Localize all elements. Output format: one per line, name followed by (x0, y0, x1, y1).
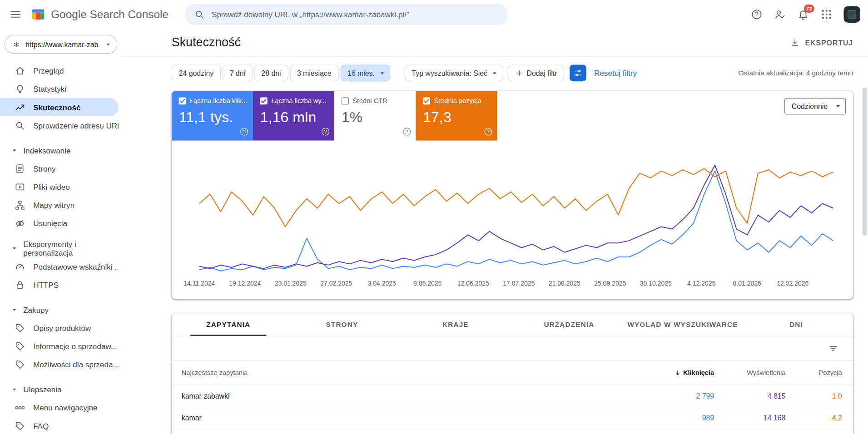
metric-checkbox[interactable] (179, 97, 186, 104)
table-filter-icon[interactable] (828, 343, 838, 354)
chart-x-label: 23.01.2025 (275, 280, 307, 287)
url-search-input[interactable] (212, 10, 499, 19)
app-logo[interactable]: Google Search Console (31, 7, 169, 22)
menu-icon[interactable] (9, 8, 22, 21)
home-icon (15, 65, 25, 76)
tab-kraje[interactable]: KRAJE (399, 313, 512, 336)
pages-icon (15, 163, 25, 174)
sidebar-item[interactable]: Skuteczność (0, 98, 119, 116)
sidebar-item[interactable]: Podstawowe wskaźniki ... (0, 257, 119, 276)
metric-value: 1% (342, 109, 416, 126)
help-button[interactable] (746, 4, 767, 25)
impressions-value: 14 168 (714, 414, 785, 422)
clicks-column-header[interactable]: Kliknięcia (631, 369, 714, 376)
query-cell: kamar zabawki (182, 392, 631, 400)
title-row: Skuteczność EKSPORTUJ (122, 29, 868, 57)
sidebar-item[interactable]: Opisy produktów (0, 319, 119, 337)
impressions-column-header[interactable]: Wyświetlenia (714, 369, 785, 376)
add-filter-button[interactable]: Dodaj filtr (508, 65, 564, 82)
user-settings-button[interactable] (769, 4, 790, 25)
metric-help-icon[interactable]: ? (403, 128, 411, 136)
sidebar-item[interactable]: FAQ (0, 417, 119, 434)
sidebar-item[interactable]: Informacje o sprzedaw... (0, 337, 119, 355)
table-row[interactable]: kamar zabawki2 7994 8151,0 (172, 385, 853, 407)
chart-x-label: 12.02.2026 (777, 280, 808, 287)
notifications-button[interactable]: 72 (793, 4, 813, 25)
sidebar-item[interactable]: Strony (0, 159, 119, 178)
metric-checkbox[interactable] (260, 97, 268, 104)
sidebar-section-header[interactable]: Ulepszenia (0, 381, 122, 399)
caret-down-icon (10, 244, 19, 253)
metric-checkbox[interactable] (342, 97, 349, 104)
https-lock-icon (15, 279, 25, 290)
sidebar-item[interactable]: Pliki wideo (0, 178, 119, 196)
sidebar-item[interactable]: Możliwości dla sprzeda... (0, 355, 119, 373)
sidebar-item-label: FAQ (33, 421, 49, 430)
reset-filters-link[interactable]: Resetuj filtry (594, 69, 637, 78)
removals-icon (15, 218, 25, 229)
query-table-body: kamar zabawki2 7994 8151,0kamar98914 168… (172, 385, 853, 429)
app-window: Google Search Console 72 https://www.kam… (0, 0, 868, 434)
page-title: Skuteczność (172, 35, 241, 50)
vertical-scrollbar[interactable] (863, 88, 867, 236)
sidebar-section-header[interactable]: Indeksowanie (0, 142, 122, 159)
property-selector[interactable]: https://www.kamar-zab... (5, 35, 118, 54)
metric-card[interactable]: Średnia pozycja17,3? (416, 91, 497, 141)
sidebar-section-header[interactable]: Eksperymenty i personalizacja (0, 240, 122, 257)
sidebar-item[interactable]: HTTPS (0, 276, 119, 294)
metric-card[interactable]: Łączna liczba wy...1,16 mln? (253, 91, 334, 141)
metric-help-icon[interactable]: ? (484, 128, 492, 136)
position-value: 1,0 (785, 392, 842, 400)
date-range-chip-selected[interactable]: 16 mies. (340, 65, 390, 82)
chart-granularity-select[interactable]: Codziennie (784, 98, 846, 115)
product-tag-icon (15, 322, 25, 333)
sidebar-item-label: Przegląd (33, 66, 64, 75)
sidebar-item[interactable]: Menu nawigacyjne (0, 399, 119, 417)
sidebar-section-label: Ulepszenia (23, 385, 61, 394)
plus-icon (515, 69, 524, 78)
download-icon (790, 38, 800, 48)
query-cell: kamar (182, 414, 631, 422)
metric-card[interactable]: Średni CTR1%? (334, 91, 416, 141)
video-icon (15, 181, 25, 192)
tab-zapytania[interactable]: ZAPYTANIA (172, 313, 285, 336)
sidebar-item[interactable]: Przegląd (0, 61, 119, 79)
metric-checkbox[interactable] (423, 97, 430, 104)
top-bar: Google Search Console 72 (0, 0, 868, 29)
sidebar-item-label: Menu nawigacyjne (33, 403, 97, 412)
sidebar-item-label: Pliki wideo (33, 182, 70, 192)
profile-avatar[interactable] (843, 6, 860, 23)
date-range-chip[interactable]: 3 miesiące (290, 65, 338, 82)
tab-strony[interactable]: STRONY (285, 313, 399, 336)
top-actions: 72 (746, 4, 860, 25)
date-range-chip[interactable]: 24 godziny (172, 65, 221, 82)
sidebar-item[interactable]: Mapy witryn (0, 196, 119, 214)
date-range-chip[interactable]: 28 dni (254, 65, 288, 82)
tab-urz-dzenia[interactable]: URZĄDZENIA (512, 313, 626, 336)
metric-value: 11,1 tys. (179, 109, 253, 126)
apps-grid-button[interactable] (816, 4, 837, 25)
chevron-down-icon (833, 101, 843, 111)
core-web-vitals-icon (15, 261, 25, 272)
sidebar-item-label: Strony (33, 164, 55, 173)
tab-wygl-d-w-wyszukiwarce[interactable]: WYGLĄD W WYSZUKIWARCE (626, 313, 739, 336)
export-button[interactable]: EKSPORTUJ (790, 38, 853, 48)
sidebar-item[interactable]: Statystyki (0, 80, 119, 98)
metric-card[interactable]: Łączna liczba klik...11,1 tys.? (172, 91, 253, 141)
query-column-header: Najczęstsze zapytania (182, 369, 631, 376)
sidebar-item[interactable]: Usunięcia (0, 214, 119, 232)
sidebar-section-header[interactable]: Zakupy (0, 301, 122, 319)
metric-help-icon[interactable]: ? (322, 128, 329, 136)
sidebar-item[interactable]: Sprawdzenie adresu URL (0, 116, 119, 134)
faq-tag-icon (15, 420, 25, 431)
url-inspection-search[interactable] (185, 4, 508, 25)
metric-help-icon[interactable]: ? (240, 128, 248, 136)
date-range-chip[interactable]: 7 dni (223, 65, 253, 82)
filter-settings-button[interactable] (570, 65, 586, 82)
search-type-filter-chip[interactable]: Typ wyszukiwania: Sieć (405, 65, 504, 82)
table-row[interactable]: kamar98914 1684,2 (172, 407, 853, 429)
lightbulb-icon (15, 83, 25, 94)
tab-dni[interactable]: DNI (739, 313, 853, 336)
impressions-value: 4 815 (714, 392, 785, 400)
position-column-header[interactable]: Pozycja (785, 369, 842, 376)
